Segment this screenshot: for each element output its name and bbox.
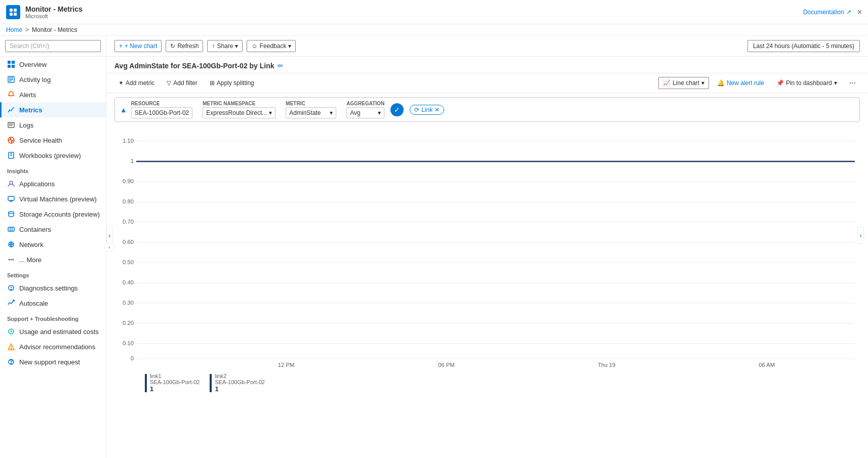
sidebar-item-logs[interactable]: Logs: [0, 117, 106, 133]
chart-type-chevron: ▾: [701, 79, 704, 87]
sidebar-label-logs: Logs: [19, 121, 33, 129]
link-tag-close[interactable]: ✕: [435, 106, 440, 113]
chart-nav-right-button[interactable]: ›: [857, 227, 864, 244]
metric-select[interactable]: AdminState ▾: [286, 107, 336, 118]
sidebar-label-support: New support request: [19, 358, 80, 366]
new-chart-button[interactable]: + + New chart: [114, 40, 162, 52]
sidebar-item-support[interactable]: New support request: [0, 354, 106, 369]
chart-type-button[interactable]: 📈 Line chart ▾: [658, 77, 709, 89]
metric-selector-up-button[interactable]: ▲: [120, 106, 127, 114]
app-subtitle: Microsoft: [25, 13, 83, 19]
sidebar-item-alerts[interactable]: Alerts: [0, 87, 106, 102]
network-icon: [7, 240, 15, 248]
aggregation-value: Avg: [350, 109, 360, 116]
sidebar-item-more[interactable]: ... More: [0, 252, 106, 267]
resource-field: RESOURCE SEA-100Gb-Port-02: [131, 101, 192, 118]
add-metric-icon: ✦: [119, 79, 124, 87]
chart-container: ‹ › 1.10: [110, 126, 860, 369]
alert-rule-icon: 🔔: [717, 79, 725, 87]
documentation-link[interactable]: Documentation ↗: [803, 9, 851, 16]
refresh-icon: ↻: [170, 43, 175, 50]
container-icon: [7, 225, 15, 233]
sidebar-item-diagnostics[interactable]: Diagnostics settings: [0, 280, 106, 296]
chart-controls: ✦ Add metric ▽ Add filter ⊞ Apply splitt…: [106, 73, 868, 93]
sidebar-item-workbooks[interactable]: Workbooks (preview): [0, 148, 106, 163]
namespace-select[interactable]: ExpressRoute Direct... ▾: [203, 107, 275, 118]
sidebar-item-overview[interactable]: Overview: [0, 57, 106, 72]
sidebar-item-applications[interactable]: Applications: [0, 176, 106, 191]
svg-text:0.40: 0.40: [123, 279, 134, 285]
breadcrumb-current: Monitor - Metrics: [32, 26, 77, 33]
search-input[interactable]: [5, 40, 101, 52]
namespace-chevron: ▾: [269, 109, 272, 116]
sidebar-item-activity-log[interactable]: Activity log: [0, 72, 106, 87]
namespace-field: METRIC NAMESPACE ExpressRoute Direct... …: [203, 101, 275, 118]
sidebar-item-autoscale[interactable]: Autoscale: [0, 296, 106, 311]
aggregation-select[interactable]: Avg ▾: [346, 107, 384, 118]
svg-rect-13: [8, 122, 14, 128]
book-icon: [7, 151, 15, 159]
sidebar-item-virtual-machines[interactable]: Virtual Machines (preview): [0, 191, 106, 206]
insights-section-label: Insights: [0, 163, 106, 176]
sidebar-label-more: ... More: [19, 256, 42, 264]
close-button[interactable]: ×: [857, 8, 862, 17]
link-tag-label: Link: [421, 106, 432, 113]
sidebar-item-service-health[interactable]: Service Health: [0, 133, 106, 148]
svg-point-32: [13, 259, 14, 261]
svg-point-30: [9, 259, 10, 261]
vm-icon: [7, 195, 15, 203]
sidebar-search-container: [0, 36, 106, 57]
resource-label: RESOURCE: [131, 101, 192, 106]
app-title: Monitor - Metrics: [25, 5, 83, 13]
sidebar-item-usage[interactable]: Usage and estimated costs: [0, 324, 106, 339]
svg-rect-7: [12, 65, 15, 68]
svg-point-24: [9, 212, 14, 214]
toolbar: + + New chart ↻ Refresh ↑ Share ▾ ☺ Feed…: [106, 36, 868, 57]
svg-rect-2: [10, 13, 13, 16]
chart-icon: [7, 106, 15, 114]
add-filter-button[interactable]: ▽ Add filter: [163, 77, 201, 89]
legend-color-link2: [210, 374, 212, 392]
svg-text:0.30: 0.30: [123, 300, 134, 306]
log-icon: [7, 75, 15, 84]
apply-splitting-button[interactable]: ⊞ Apply splitting: [206, 77, 258, 89]
sidebar-label-overview: Overview: [19, 61, 47, 68]
svg-point-35: [11, 289, 12, 290]
refresh-button[interactable]: ↻ Refresh: [166, 40, 203, 52]
sidebar-label-applications: Applications: [19, 180, 55, 188]
sidebar-item-advisor[interactable]: Advisor recommendations: [0, 339, 106, 354]
sidebar-label-network: Network: [19, 241, 44, 248]
metric-value: AdminState: [289, 109, 321, 116]
sidebar-item-network[interactable]: Network: [0, 237, 106, 252]
log2-icon: [7, 121, 15, 129]
chart-nav-left-button[interactable]: ‹: [106, 227, 113, 244]
breadcrumb-home[interactable]: Home: [6, 26, 22, 33]
add-metric-button[interactable]: ✦ Add metric: [114, 77, 159, 89]
time-range-button[interactable]: Last 24 hours (Automatic - 5 minutes): [747, 40, 860, 52]
svg-rect-3: [14, 13, 17, 16]
svg-text:0: 0: [131, 355, 134, 361]
edit-icon[interactable]: ✏: [278, 62, 284, 70]
sidebar-item-storage[interactable]: Storage Accounts (preview): [0, 206, 106, 222]
pin-icon: 📌: [776, 79, 784, 87]
pin-dashboard-button[interactable]: 📌 Pin to dashboard ▾: [772, 77, 841, 89]
link-tag: ⟳ Link ✕: [410, 105, 444, 115]
sidebar-item-metrics[interactable]: Metrics: [0, 102, 106, 117]
bell-icon: [7, 91, 15, 99]
legend-text-link2: link2 SEA-100Gb-Port-02 1: [215, 373, 264, 393]
sidebar-label-workbooks: Workbooks (preview): [19, 152, 81, 159]
more-options-button[interactable]: ···: [845, 76, 860, 90]
feedback-button[interactable]: ☺ Feedback ▾: [247, 40, 296, 52]
confirm-metric-button[interactable]: ✓: [390, 103, 404, 116]
svg-point-39: [11, 348, 12, 349]
share-button[interactable]: ↑ Share ▾: [207, 40, 243, 52]
settings-section-label: Settings: [0, 267, 106, 280]
resource-value: SEA-100Gb-Port-02: [135, 109, 189, 116]
sidebar-item-containers[interactable]: Containers: [0, 222, 106, 237]
breadcrumb-separator: >: [25, 26, 29, 33]
more-icon: [7, 256, 15, 264]
svg-rect-1: [14, 9, 17, 12]
new-alert-rule-button[interactable]: 🔔 New alert rule: [713, 77, 768, 89]
filter-icon: ▽: [167, 79, 171, 87]
resource-select[interactable]: SEA-100Gb-Port-02: [131, 107, 192, 118]
